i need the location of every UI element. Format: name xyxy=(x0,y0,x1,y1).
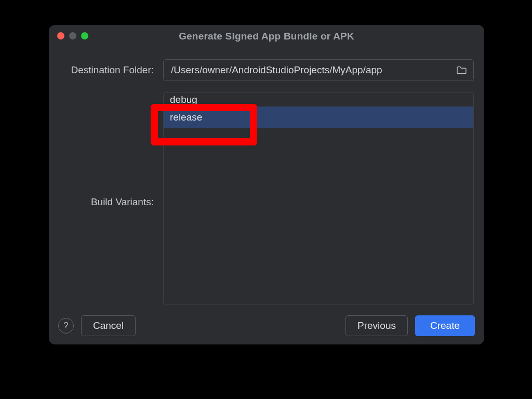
close-window-icon[interactable] xyxy=(57,32,64,39)
variant-item-debug[interactable]: debug xyxy=(164,93,473,107)
dialog-title: Generate Signed App Bundle or APK xyxy=(49,31,484,42)
destination-path-text: /Users/owner/AndroidStudioProjects/MyApp… xyxy=(171,64,455,76)
help-icon: ? xyxy=(63,321,68,331)
previous-button[interactable]: Previous xyxy=(345,315,408,336)
build-variants-label: Build Variants: xyxy=(59,92,163,304)
variant-item-release[interactable]: release xyxy=(164,107,473,128)
dialog-footer: ? Cancel Previous Create xyxy=(49,307,484,344)
previous-label: Previous xyxy=(357,320,396,331)
variant-label: release xyxy=(170,112,202,123)
cancel-button[interactable]: Cancel xyxy=(81,315,136,336)
build-variants-list[interactable]: debug release xyxy=(163,92,474,304)
create-button[interactable]: Create xyxy=(415,315,475,336)
browse-folder-icon[interactable] xyxy=(455,63,468,77)
help-button[interactable]: ? xyxy=(58,318,74,334)
destination-folder-field[interactable]: /Users/owner/AndroidStudioProjects/MyApp… xyxy=(163,59,474,81)
generate-signed-bundle-dialog: Generate Signed App Bundle or APK Destin… xyxy=(49,25,484,344)
create-label: Create xyxy=(430,320,460,331)
minimize-window-icon[interactable] xyxy=(69,32,76,39)
destination-row: Destination Folder: /Users/owner/Android… xyxy=(59,59,474,81)
window-controls xyxy=(57,32,88,39)
build-variants-row: Build Variants: debug release xyxy=(59,92,474,304)
dialog-content: Destination Folder: /Users/owner/Android… xyxy=(49,46,484,304)
maximize-window-icon[interactable] xyxy=(81,32,88,39)
destination-label: Destination Folder: xyxy=(59,59,163,76)
titlebar: Generate Signed App Bundle or APK xyxy=(49,25,484,46)
variant-label: debug xyxy=(170,94,197,105)
cancel-label: Cancel xyxy=(93,320,124,331)
